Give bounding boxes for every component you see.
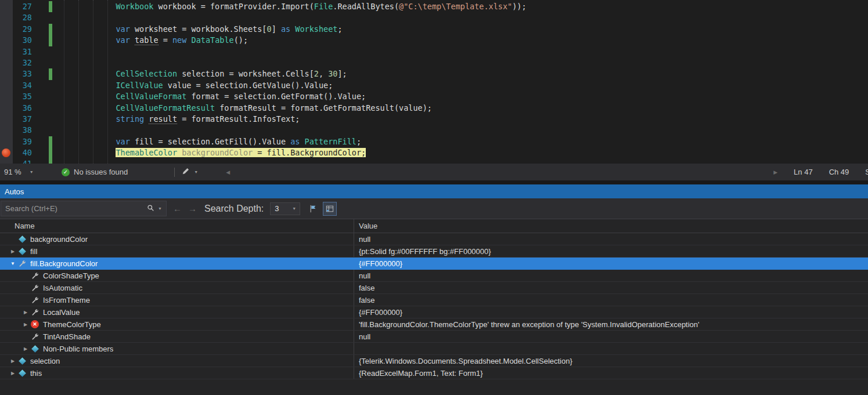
code-editor[interactable]: 27 Workbook workbook = formatProvider.Im… [0, 0, 868, 164]
search-prev-button[interactable]: ← [173, 204, 182, 213]
code-text[interactable]: ICellValue value = selection.GetValue().… [64, 80, 333, 91]
code-text[interactable]: ThemableColor backgroundColor = fill.Bac… [64, 147, 366, 158]
variable-name: this [30, 369, 42, 378]
variable-row[interactable]: ColorShadeTypenull [0, 270, 868, 282]
breakpoint-gutter-cell[interactable] [0, 35, 13, 46]
line-number: 32 [13, 57, 35, 68]
grid-toggle-icon[interactable] [323, 202, 337, 216]
variable-value[interactable]: null [354, 331, 868, 342]
breakpoint-gutter-cell[interactable] [0, 80, 13, 91]
breakpoint-gutter-cell[interactable] [0, 103, 13, 114]
code-text[interactable]: var table = new DataTable(); [64, 35, 248, 46]
variable-row[interactable]: IsFromThemefalse [0, 294, 868, 306]
breakpoint-gutter-cell[interactable] [0, 24, 13, 35]
variable-value[interactable]: false [354, 282, 868, 293]
search-depth-select[interactable]: 3 ▼ [270, 202, 300, 215]
expand-arrow-icon[interactable]: ▶ [21, 346, 30, 351]
expand-arrow-icon[interactable]: ▶ [8, 358, 17, 364]
collapse-arrow-icon[interactable]: ▼ [8, 261, 17, 266]
variable-row[interactable]: IsAutomaticfalse [0, 282, 868, 294]
code-text[interactable]: string result = formatResult.InfosText; [64, 114, 300, 125]
variable-row[interactable]: ▶Non-Public members [0, 343, 868, 355]
variable-row[interactable]: ▶✕ThemeColorType'fill.BackgroundColor.Th… [0, 318, 868, 331]
variable-value[interactable]: {pt:Solid fg:#00FFFFFF bg:#FF000000} [354, 245, 868, 257]
change-tracking-bar [49, 125, 52, 136]
variable-name: TintAndShade [43, 332, 91, 341]
breakpoint-gutter-cell[interactable] [0, 147, 13, 158]
variable-name-cell[interactable]: ▶fill [0, 245, 354, 257]
variable-row[interactable]: TintAndShadenull [0, 331, 868, 343]
breakpoint-gutter-cell[interactable] [0, 91, 13, 102]
code-text[interactable]: CellValueFormatResult formatResult = for… [64, 103, 432, 114]
variable-value[interactable] [354, 343, 868, 354]
variable-name-cell[interactable]: IsAutomatic [0, 282, 354, 293]
chevron-down-icon[interactable]: ▼ [158, 206, 162, 211]
breakpoint-gutter-cell[interactable] [0, 136, 13, 147]
name-column-label: Name [15, 222, 35, 230]
code-text[interactable]: CellValueFormat format = selection.GetFo… [64, 91, 366, 102]
document-health-indicator[interactable]: ✓ No issues found [62, 168, 128, 176]
line-number: 33 [13, 68, 35, 79]
variable-value[interactable]: null [354, 233, 868, 245]
edit-tracking-control[interactable]: ▼ [182, 167, 198, 177]
variable-name-cell[interactable]: ▶Non-Public members [0, 343, 354, 354]
code-line: 27 Workbook workbook = formatProvider.Im… [0, 1, 868, 12]
variable-name: LocalValue [43, 308, 80, 317]
variable-value[interactable]: {ReadExcelMap.Form1, Text: Form1} [354, 367, 868, 379]
breakpoint-gutter-cell[interactable] [0, 12, 13, 23]
code-text[interactable]: var fill = selection.GetFill().Value as … [64, 136, 361, 147]
variable-name-cell[interactable]: TintAndShade [0, 331, 354, 342]
breakpoint-gutter-cell[interactable] [0, 46, 13, 57]
variable-value[interactable]: {Telerik.Windows.Documents.Spreadsheet.M… [354, 355, 868, 367]
variable-row[interactable]: ▶selection{Telerik.Windows.Documents.Spr… [0, 355, 868, 367]
breakpoint-gutter-cell[interactable] [0, 125, 13, 136]
change-tracking-bar [49, 147, 52, 158]
variable-row[interactable]: ▼fill.BackgroundColor{#FF000000} [0, 258, 868, 270]
variable-value[interactable]: {#FF000000} [354, 258, 868, 269]
autos-title-bar[interactable]: Autos [0, 184, 868, 198]
variable-name-cell[interactable]: IsFromTheme [0, 294, 354, 306]
search-input[interactable]: Search (Ctrl+E) ▼ [1, 201, 167, 216]
expand-arrow-icon[interactable]: ▶ [21, 322, 30, 327]
breakpoint-icon[interactable] [2, 148, 10, 157]
variable-value[interactable]: false [354, 294, 868, 306]
breakpoint-gutter-cell[interactable] [0, 114, 13, 125]
line-number: 41 [13, 158, 35, 164]
hscroll-right-arrow[interactable]: ▶ [773, 169, 777, 175]
variable-name-cell[interactable]: backgroundColor [0, 233, 354, 245]
expand-arrow-icon[interactable]: ▶ [21, 310, 30, 315]
hscroll-left-arrow[interactable]: ◀ [226, 169, 230, 175]
change-tracking-bar [49, 80, 52, 91]
variable-row[interactable]: backgroundColornull [0, 233, 868, 245]
variable-row[interactable]: ▶LocalValue{#FF000000} [0, 306, 868, 318]
variable-value[interactable]: null [354, 270, 868, 281]
expand-arrow-icon[interactable]: ▶ [8, 249, 17, 254]
variable-value[interactable]: 'fill.BackgroundColor.ThemeColorType' th… [354, 318, 868, 330]
variable-name-cell[interactable]: ▶this [0, 367, 354, 379]
value-column-header[interactable]: Value [354, 219, 868, 233]
breakpoint-gutter-cell[interactable] [0, 57, 13, 68]
search-icon[interactable] [147, 204, 154, 214]
pane-gap [0, 180, 868, 184]
expand-arrow-icon[interactable]: ▶ [8, 371, 17, 376]
variable-name-cell[interactable]: ▶selection [0, 355, 354, 367]
search-next-button[interactable]: → [188, 204, 197, 213]
code-text[interactable]: Workbook workbook = formatProvider.Impor… [64, 1, 527, 12]
breakpoint-gutter-cell[interactable] [0, 68, 13, 79]
flag-icon[interactable] [309, 205, 317, 213]
property-wrench-icon [30, 271, 39, 280]
code-text[interactable]: CellSelection selection = worksheet.Cell… [64, 68, 347, 79]
variable-row[interactable]: ▶this{ReadExcelMap.Form1, Text: Form1} [0, 367, 868, 379]
variable-name-cell[interactable]: ▶LocalValue [0, 306, 354, 318]
search-depth-value: 3 [271, 204, 292, 213]
breakpoint-gutter-cell[interactable] [0, 1, 13, 12]
name-column-header[interactable]: Name [0, 219, 354, 233]
zoom-control[interactable]: 91 % ▼ [0, 168, 42, 176]
code-text[interactable]: var worksheet = workbook.Sheets[0] as Wo… [64, 24, 343, 35]
breakpoint-gutter-cell[interactable] [0, 158, 13, 164]
variable-name-cell[interactable]: ▶✕ThemeColorType [0, 318, 354, 330]
variable-row[interactable]: ▶fill{pt:Solid fg:#00FFFFFF bg:#FF000000… [0, 245, 868, 258]
variable-name-cell[interactable]: ▼fill.BackgroundColor [0, 258, 354, 269]
variable-name-cell[interactable]: ColorShadeType [0, 270, 354, 281]
variable-value[interactable]: {#FF000000} [354, 306, 868, 318]
